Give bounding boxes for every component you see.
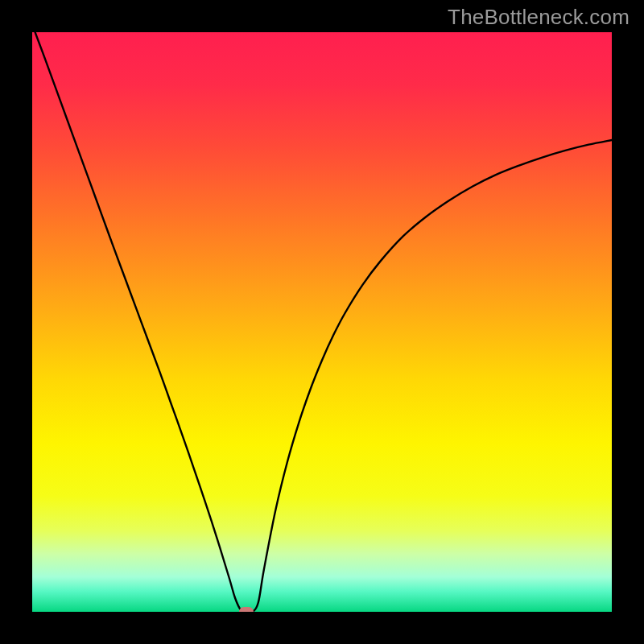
gradient-background — [32, 32, 612, 612]
bottleneck-chart-svg — [32, 32, 612, 612]
watermark-text: TheBottleneck.com — [448, 5, 630, 30]
min-point-marker — [239, 607, 254, 612]
plot-area — [32, 32, 612, 612]
chart-frame: TheBottleneck.com — [0, 0, 644, 644]
